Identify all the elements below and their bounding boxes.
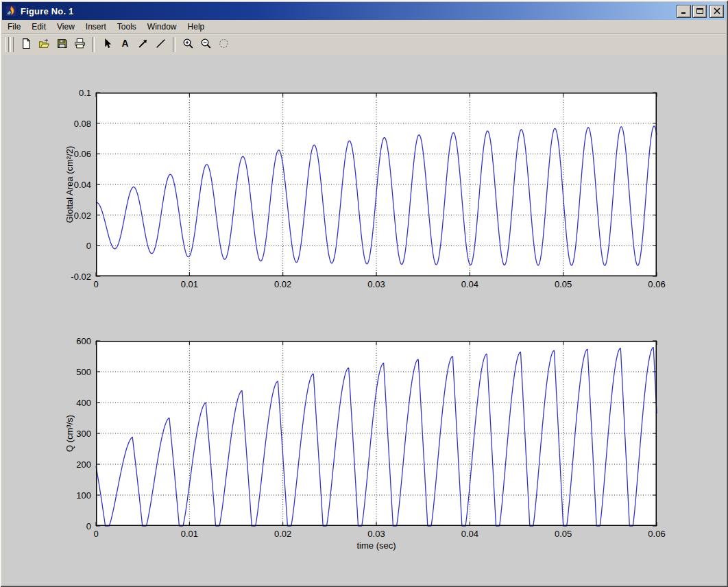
line-annotation-button[interactable] [152, 36, 169, 53]
matlab-figure-icon [5, 5, 17, 17]
print-icon [74, 38, 86, 51]
print-button[interactable] [71, 36, 88, 53]
toolbar-grip[interactable] [5, 37, 9, 52]
rotate-3d-icon [218, 38, 230, 51]
menu-view[interactable]: View [51, 21, 80, 32]
series-glottal-area [96, 126, 657, 265]
ne-arrow-icon [137, 38, 149, 51]
plot-axes-bottom[interactable] [96, 341, 657, 526]
x-tick-label: 0.05 [555, 529, 572, 539]
zoom-out-button[interactable] [197, 36, 214, 53]
menu-window[interactable]: Window [142, 21, 182, 32]
x-tick-label: 0.02 [274, 529, 291, 539]
window-controls [677, 5, 724, 18]
maximize-icon [696, 6, 704, 16]
y-axis-label-bottom: Q (cm³/s) [64, 415, 75, 452]
y-tick-label: 0.04 [74, 180, 91, 190]
minimize-button[interactable] [677, 5, 691, 18]
x-tick-label: 0.02 [274, 279, 291, 289]
x-tick-label: 0.04 [461, 529, 478, 539]
arrow-annotation-button[interactable] [134, 36, 151, 53]
x-tick-label: 0.06 [648, 529, 665, 539]
y-tick-label: 0.02 [74, 210, 91, 220]
x-tick-label: 0.04 [461, 279, 478, 289]
y-tick-label: -0.02 [71, 272, 91, 282]
menu-edit[interactable]: Edit [26, 21, 51, 32]
save-figure-button[interactable] [53, 36, 70, 53]
x-tick-label: 0.06 [648, 279, 665, 289]
y-tick-label: 600 [76, 336, 91, 346]
title-bar[interactable]: Figure No. 1 [2, 2, 726, 20]
save-icon [56, 38, 68, 51]
y-axis-label-top: Glottal Area (cm²/2) [64, 146, 75, 224]
new-figure-button[interactable] [18, 36, 34, 53]
x-axis-label-bottom: time (sec) [356, 540, 396, 551]
toolbar-grip[interactable] [10, 37, 14, 52]
menu-insert[interactable]: Insert [80, 21, 112, 32]
window-title: Figure No. 1 [21, 6, 677, 16]
y-tick-label: 0 [86, 241, 91, 251]
y-tick-label: 500 [76, 367, 91, 377]
close-button[interactable] [709, 5, 724, 18]
toolbar-separator [173, 37, 175, 52]
menu-tools[interactable]: Tools [112, 21, 142, 32]
pointer-tool-button[interactable] [99, 36, 115, 53]
y-tick-label: 0.08 [74, 118, 91, 128]
y-tick-label: 200 [76, 459, 91, 470]
x-tick-label: 0.01 [181, 279, 198, 289]
x-tick-label: 0.05 [555, 279, 572, 289]
x-tick-label: 0 [93, 529, 98, 539]
y-tick-label: 300 [76, 429, 91, 439]
y-tick-label: 400 [76, 398, 91, 408]
open-file-button[interactable] [36, 36, 52, 53]
zoom-in-button[interactable] [180, 36, 196, 53]
line-icon [155, 38, 167, 51]
y-tick-label: 0 [86, 521, 91, 531]
svg-text:A: A [121, 38, 128, 49]
plot-axes-top[interactable] [96, 93, 657, 276]
figure-canvas: Glottal Area (cm²/2) Q (cm³/s) time (sec… [2, 55, 726, 585]
menu-file[interactable]: File [2, 21, 26, 32]
zoom-in-icon [182, 38, 194, 51]
y-tick-label: 0.1 [79, 88, 91, 98]
minimize-icon [680, 6, 688, 16]
menu-help[interactable]: Help [182, 21, 210, 32]
open-folder-icon [38, 38, 50, 51]
x-tick-label: 0.03 [367, 529, 385, 539]
y-tick-label: 100 [76, 490, 91, 501]
text-tool-button[interactable]: A [117, 36, 133, 53]
toolbar: A [2, 33, 726, 55]
x-tick-label: 0 [93, 279, 98, 289]
maximize-button[interactable] [692, 5, 707, 18]
toolbar-separator [92, 37, 95, 52]
close-icon [713, 6, 721, 16]
y-tick-label: 0.06 [74, 149, 91, 159]
pointer-icon [101, 38, 113, 51]
figure-window: Figure No. 1 FileEditViewInsertToolsWind… [0, 0, 728, 587]
x-tick-label: 0.03 [367, 279, 385, 289]
menu-bar: FileEditViewInsertToolsWindowHelp [2, 20, 726, 34]
series-glottal-flow [96, 348, 657, 526]
x-tick-label: 0.01 [181, 529, 198, 539]
new-document-icon [21, 38, 32, 51]
zoom-out-icon [200, 38, 212, 51]
rotate-3d-button[interactable] [215, 36, 232, 53]
text-icon: A [119, 38, 131, 51]
